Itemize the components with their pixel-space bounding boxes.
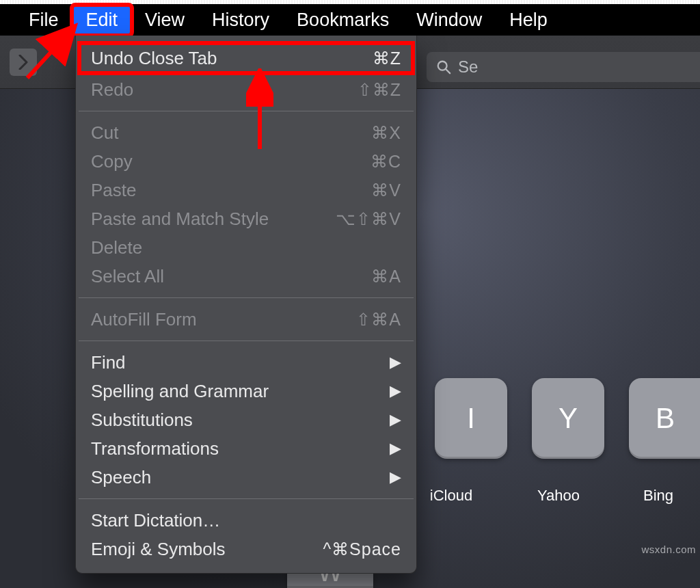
menu-item-paste: Paste⌘V bbox=[76, 176, 416, 204]
menu-item-shortcut: ⌘V bbox=[371, 178, 401, 202]
menu-item-delete: Delete bbox=[76, 233, 416, 262]
menu-separator bbox=[79, 111, 414, 111]
menu-item-start-dictation[interactable]: Start Dictation… bbox=[76, 506, 416, 535]
menu-item-transformations[interactable]: Transformations▶ bbox=[76, 434, 416, 463]
submenu-arrow-icon: ▶ bbox=[390, 437, 401, 460]
menu-item-redo: Redo⇧⌘Z bbox=[76, 75, 416, 104]
menu-file[interactable]: File bbox=[15, 5, 72, 35]
menu-item-shortcut: ⌥⇧⌘V bbox=[336, 207, 401, 230]
menu-item-label: Paste and Match Style bbox=[91, 207, 269, 230]
menu-separator bbox=[79, 498, 414, 499]
key-i[interactable]: I bbox=[435, 378, 507, 459]
search-field[interactable]: Se bbox=[427, 52, 700, 82]
menu-item-label: Start Dictation… bbox=[91, 509, 220, 532]
menu-item-paste-and-match-style: Paste and Match Style⌥⇧⌘V bbox=[76, 204, 416, 233]
submenu-arrow-icon: ▶ bbox=[390, 351, 401, 374]
menu-item-label: Speech bbox=[91, 466, 151, 489]
key-label-icloud: iCloud bbox=[424, 487, 479, 505]
menu-item-label: Delete bbox=[91, 236, 142, 259]
svg-line-1 bbox=[446, 69, 450, 73]
menu-item-emoji-symbols[interactable]: Emoji & Symbols^⌘Space bbox=[76, 535, 416, 563]
menu-item-substitutions[interactable]: Substitutions▶ bbox=[76, 405, 416, 434]
menu-item-label: Find bbox=[91, 351, 126, 374]
watermark: wsxdn.com bbox=[641, 544, 696, 555]
menu-item-shortcut: ⇧⌘A bbox=[356, 308, 401, 331]
menu-item-speech[interactable]: Speech▶ bbox=[76, 463, 416, 492]
menu-item-shortcut: ⌘X bbox=[371, 121, 401, 144]
menu-item-label: Cut bbox=[91, 121, 118, 144]
submenu-arrow-icon: ▶ bbox=[390, 379, 401, 403]
menu-item-spelling-and-grammar[interactable]: Spelling and Grammar▶ bbox=[76, 377, 416, 405]
menu-item-copy: Copy⌘C bbox=[76, 147, 416, 176]
menu-history[interactable]: History bbox=[198, 5, 283, 35]
menu-separator bbox=[79, 340, 414, 341]
menu-item-shortcut: ⌘A bbox=[371, 265, 401, 288]
menu-item-select-all: Select All⌘A bbox=[76, 262, 416, 291]
menu-help[interactable]: Help bbox=[496, 5, 561, 35]
chevron-right-icon bbox=[18, 55, 28, 70]
menu-item-shortcut: ⇧⌘Z bbox=[358, 78, 401, 101]
key-label-bing: Bing bbox=[628, 487, 689, 505]
submenu-arrow-icon: ▶ bbox=[390, 466, 401, 489]
menu-item-label: Transformations bbox=[91, 437, 219, 460]
menu-item-undo-close-tab[interactable]: Undo Close Tab⌘Z bbox=[79, 42, 414, 74]
key-b[interactable]: B bbox=[629, 378, 700, 459]
menu-item-find[interactable]: Find▶ bbox=[76, 348, 416, 377]
menu-item-label: Spelling and Grammar bbox=[91, 379, 269, 403]
key-label-yahoo: Yahoo bbox=[521, 487, 596, 505]
menu-item-label: Undo Close Tab bbox=[91, 46, 217, 70]
menu-item-shortcut: ⌘C bbox=[371, 150, 401, 173]
edit-menu-dropdown: Undo Close Tab⌘ZRedo⇧⌘ZCut⌘XCopy⌘CPaste⌘… bbox=[75, 36, 417, 574]
menu-item-label: Select All bbox=[91, 265, 164, 288]
menu-item-label: Emoji & Symbols bbox=[91, 537, 226, 561]
menu-separator bbox=[79, 297, 414, 298]
menu-item-label: Substitutions bbox=[91, 408, 193, 431]
submenu-arrow-icon: ▶ bbox=[390, 408, 401, 431]
menu-view[interactable]: View bbox=[131, 5, 198, 35]
menu-bookmarks[interactable]: Bookmarks bbox=[283, 5, 403, 35]
search-placeholder: Se bbox=[458, 57, 478, 77]
key-y[interactable]: Y bbox=[532, 378, 604, 459]
menu-item-shortcut: ⌘Z bbox=[373, 46, 401, 70]
menubar: File Edit View History Bookmarks Window … bbox=[0, 4, 700, 36]
search-icon bbox=[436, 59, 451, 75]
menu-edit[interactable]: Edit bbox=[72, 5, 132, 35]
menu-item-label: AutoFill Form bbox=[91, 308, 197, 331]
menu-window[interactable]: Window bbox=[403, 5, 496, 35]
menu-item-shortcut: ^⌘Space bbox=[323, 537, 401, 561]
menu-item-label: Copy bbox=[91, 150, 133, 173]
menu-item-label: Paste bbox=[91, 178, 137, 202]
menu-item-label: Redo bbox=[91, 78, 133, 101]
menu-item-autofill-form: AutoFill Form⇧⌘A bbox=[76, 305, 416, 334]
menu-item-cut: Cut⌘X bbox=[76, 118, 416, 147]
forward-button[interactable] bbox=[10, 49, 37, 76]
